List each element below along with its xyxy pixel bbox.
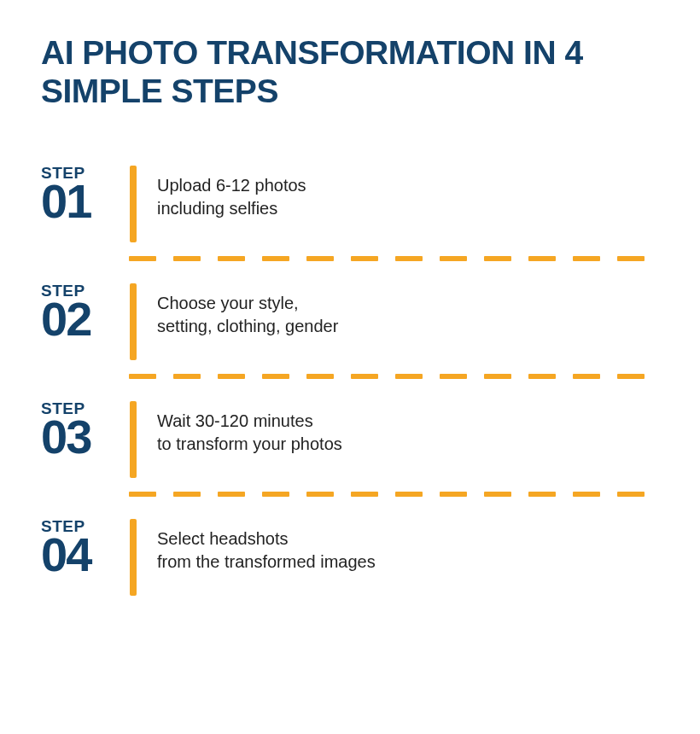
steps-container: STEP 01 Upload 6-12 photos including sel… [41, 159, 659, 606]
dashed-divider [129, 256, 659, 261]
dashed-divider [129, 374, 659, 379]
step-row-1: STEP 01 Upload 6-12 photos including sel… [41, 159, 659, 253]
step-row-2: STEP 02 Choose your style, setting, clot… [41, 277, 659, 370]
vertical-divider [130, 401, 137, 478]
vertical-divider [130, 283, 137, 360]
step-number-3: 03 [41, 413, 130, 461]
vertical-divider [130, 519, 137, 596]
step-row-4: STEP 04 Select headshots from the transf… [41, 512, 659, 606]
dashed-divider [129, 492, 659, 497]
step-description-2: Choose your style, setting, clothing, ge… [137, 277, 338, 338]
step-description-4: Select headshots from the transformed im… [137, 512, 376, 574]
step-number-2: 02 [41, 295, 130, 343]
vertical-divider [130, 166, 137, 242]
step-number-4: 04 [41, 531, 130, 579]
step-left-1: STEP 01 [41, 159, 130, 225]
step-left-3: STEP 03 [41, 394, 130, 461]
step-description-3: Wait 30-120 minutes to transform your ph… [137, 394, 342, 456]
step-left-2: STEP 02 [41, 277, 130, 343]
step-description-1: Upload 6-12 photos including selfies [137, 159, 306, 220]
step-number-1: 01 [41, 178, 130, 225]
page-title: AI PHOTO TRANSFORMATION IN 4 SIMPLE STEP… [41, 34, 659, 111]
step-left-4: STEP 04 [41, 512, 130, 579]
step-row-3: STEP 03 Wait 30-120 minutes to transform… [41, 394, 659, 488]
